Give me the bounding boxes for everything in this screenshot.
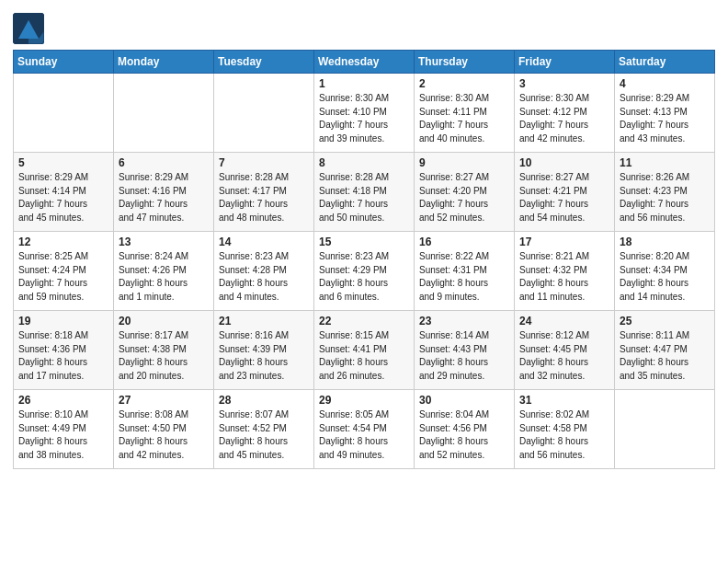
calendar-cell: 27Sunrise: 8:08 AM Sunset: 4:50 PM Dayli…: [114, 390, 214, 469]
day-info: Sunrise: 8:14 AM Sunset: 4:43 PM Dayligh…: [419, 329, 509, 383]
calendar-cell: 7Sunrise: 8:28 AM Sunset: 4:17 PM Daylig…: [214, 153, 314, 232]
calendar-cell: [214, 74, 314, 153]
day-number: 12: [18, 236, 108, 248]
calendar-cell: 30Sunrise: 8:04 AM Sunset: 4:56 PM Dayli…: [415, 390, 515, 469]
day-info: Sunrise: 8:24 AM Sunset: 4:26 PM Dayligh…: [119, 250, 209, 304]
day-info: Sunrise: 8:30 AM Sunset: 4:10 PM Dayligh…: [319, 92, 409, 145]
calendar-cell: [14, 74, 114, 153]
logo: [13, 13, 50, 44]
day-info: Sunrise: 8:27 AM Sunset: 4:21 PM Dayligh…: [519, 171, 609, 224]
calendar-cell: 21Sunrise: 8:16 AM Sunset: 4:39 PM Dayli…: [214, 311, 314, 390]
day-number: 13: [119, 236, 209, 248]
day-number: 10: [519, 156, 609, 169]
weekday-header-wednesday: Wednesday: [314, 51, 415, 74]
calendar-cell: 19Sunrise: 8:18 AM Sunset: 4:36 PM Dayli…: [14, 311, 114, 390]
calendar-cell: 29Sunrise: 8:05 AM Sunset: 4:54 PM Dayli…: [314, 390, 415, 469]
day-info: Sunrise: 8:23 AM Sunset: 4:29 PM Dayligh…: [319, 250, 409, 304]
day-number: 2: [419, 77, 509, 90]
calendar-cell: 9Sunrise: 8:27 AM Sunset: 4:20 PM Daylig…: [415, 153, 515, 232]
calendar-cell: 11Sunrise: 8:26 AM Sunset: 4:23 PM Dayli…: [615, 153, 715, 232]
calendar-cell: 15Sunrise: 8:23 AM Sunset: 4:29 PM Dayli…: [314, 232, 415, 311]
calendar-cell: 23Sunrise: 8:14 AM Sunset: 4:43 PM Dayli…: [415, 311, 515, 390]
weekday-header-sunday: Sunday: [14, 51, 114, 74]
calendar-cell: 26Sunrise: 8:10 AM Sunset: 4:49 PM Dayli…: [14, 390, 114, 469]
day-info: Sunrise: 8:30 AM Sunset: 4:12 PM Dayligh…: [519, 92, 609, 145]
day-number: 17: [519, 236, 609, 248]
day-info: Sunrise: 8:18 AM Sunset: 4:36 PM Dayligh…: [18, 329, 108, 383]
week-row: 26Sunrise: 8:10 AM Sunset: 4:49 PM Dayli…: [14, 390, 715, 469]
day-info: Sunrise: 8:25 AM Sunset: 4:24 PM Dayligh…: [18, 250, 108, 304]
calendar-cell: 4Sunrise: 8:29 AM Sunset: 4:13 PM Daylig…: [615, 74, 715, 153]
calendar: SundayMondayTuesdayWednesdayThursdayFrid…: [13, 50, 715, 469]
day-number: 31: [519, 394, 609, 407]
calendar-cell: 2Sunrise: 8:30 AM Sunset: 4:11 PM Daylig…: [415, 74, 515, 153]
day-number: 26: [18, 394, 108, 407]
header: [13, 9, 715, 44]
day-info: Sunrise: 8:07 AM Sunset: 4:52 PM Dayligh…: [219, 408, 309, 462]
day-number: 18: [620, 236, 710, 248]
calendar-cell: 24Sunrise: 8:12 AM Sunset: 4:45 PM Dayli…: [515, 311, 615, 390]
calendar-cell: 28Sunrise: 8:07 AM Sunset: 4:52 PM Dayli…: [214, 390, 314, 469]
day-number: 8: [319, 156, 409, 169]
calendar-cell: [114, 74, 214, 153]
weekday-header-friday: Friday: [515, 51, 615, 74]
calendar-cell: 8Sunrise: 8:28 AM Sunset: 4:18 PM Daylig…: [314, 153, 415, 232]
day-number: 11: [620, 156, 710, 169]
week-row: 12Sunrise: 8:25 AM Sunset: 4:24 PM Dayli…: [14, 232, 715, 311]
day-number: 20: [119, 315, 209, 327]
calendar-cell: 10Sunrise: 8:27 AM Sunset: 4:21 PM Dayli…: [515, 153, 615, 232]
day-number: 4: [620, 77, 710, 90]
calendar-cell: [615, 390, 715, 469]
calendar-cell: 20Sunrise: 8:17 AM Sunset: 4:38 PM Dayli…: [114, 311, 214, 390]
week-row: 19Sunrise: 8:18 AM Sunset: 4:36 PM Dayli…: [14, 311, 715, 390]
day-info: Sunrise: 8:28 AM Sunset: 4:18 PM Dayligh…: [319, 171, 409, 224]
day-number: 27: [119, 394, 209, 407]
day-number: 16: [419, 236, 509, 248]
day-number: 3: [519, 77, 609, 90]
day-info: Sunrise: 8:27 AM Sunset: 4:20 PM Dayligh…: [419, 171, 509, 224]
day-info: Sunrise: 8:08 AM Sunset: 4:50 PM Dayligh…: [119, 408, 209, 462]
day-info: Sunrise: 8:15 AM Sunset: 4:41 PM Dayligh…: [319, 329, 409, 383]
day-number: 23: [419, 315, 509, 327]
calendar-cell: 13Sunrise: 8:24 AM Sunset: 4:26 PM Dayli…: [114, 232, 214, 311]
day-info: Sunrise: 8:29 AM Sunset: 4:14 PM Dayligh…: [18, 171, 108, 224]
week-row: 5Sunrise: 8:29 AM Sunset: 4:14 PM Daylig…: [14, 153, 715, 232]
day-info: Sunrise: 8:30 AM Sunset: 4:11 PM Dayligh…: [419, 92, 509, 145]
day-number: 7: [219, 156, 309, 169]
day-info: Sunrise: 8:20 AM Sunset: 4:34 PM Dayligh…: [620, 250, 710, 304]
logo-icon: [13, 13, 44, 44]
weekday-header-monday: Monday: [114, 51, 214, 74]
day-number: 9: [419, 156, 509, 169]
calendar-cell: 22Sunrise: 8:15 AM Sunset: 4:41 PM Dayli…: [314, 311, 415, 390]
week-row: 1Sunrise: 8:30 AM Sunset: 4:10 PM Daylig…: [14, 74, 715, 153]
day-info: Sunrise: 8:23 AM Sunset: 4:28 PM Dayligh…: [219, 250, 309, 304]
day-info: Sunrise: 8:12 AM Sunset: 4:45 PM Dayligh…: [519, 329, 609, 383]
day-number: 29: [319, 394, 409, 407]
calendar-cell: 6Sunrise: 8:29 AM Sunset: 4:16 PM Daylig…: [114, 153, 214, 232]
weekday-header-tuesday: Tuesday: [214, 51, 314, 74]
day-number: 24: [519, 315, 609, 327]
day-info: Sunrise: 8:02 AM Sunset: 4:58 PM Dayligh…: [519, 408, 609, 462]
day-number: 15: [319, 236, 409, 248]
calendar-cell: 16Sunrise: 8:22 AM Sunset: 4:31 PM Dayli…: [415, 232, 515, 311]
day-info: Sunrise: 8:29 AM Sunset: 4:13 PM Dayligh…: [620, 92, 710, 145]
calendar-cell: 12Sunrise: 8:25 AM Sunset: 4:24 PM Dayli…: [14, 232, 114, 311]
calendar-cell: 5Sunrise: 8:29 AM Sunset: 4:14 PM Daylig…: [14, 153, 114, 232]
day-number: 30: [419, 394, 509, 407]
day-info: Sunrise: 8:04 AM Sunset: 4:56 PM Dayligh…: [419, 408, 509, 462]
day-info: Sunrise: 8:28 AM Sunset: 4:17 PM Dayligh…: [219, 171, 309, 224]
weekday-header-thursday: Thursday: [415, 51, 515, 74]
calendar-cell: 18Sunrise: 8:20 AM Sunset: 4:34 PM Dayli…: [615, 232, 715, 311]
day-info: Sunrise: 8:17 AM Sunset: 4:38 PM Dayligh…: [119, 329, 209, 383]
weekday-header-saturday: Saturday: [615, 51, 715, 74]
calendar-header: SundayMondayTuesdayWednesdayThursdayFrid…: [14, 51, 715, 74]
calendar-cell: 3Sunrise: 8:30 AM Sunset: 4:12 PM Daylig…: [515, 74, 615, 153]
day-number: 14: [219, 236, 309, 248]
day-info: Sunrise: 8:11 AM Sunset: 4:47 PM Dayligh…: [620, 329, 710, 383]
calendar-body: 1Sunrise: 8:30 AM Sunset: 4:10 PM Daylig…: [14, 74, 715, 469]
day-info: Sunrise: 8:29 AM Sunset: 4:16 PM Dayligh…: [119, 171, 209, 224]
calendar-cell: 17Sunrise: 8:21 AM Sunset: 4:32 PM Dayli…: [515, 232, 615, 311]
day-info: Sunrise: 8:22 AM Sunset: 4:31 PM Dayligh…: [419, 250, 509, 304]
calendar-cell: 14Sunrise: 8:23 AM Sunset: 4:28 PM Dayli…: [214, 232, 314, 311]
day-info: Sunrise: 8:05 AM Sunset: 4:54 PM Dayligh…: [319, 408, 409, 462]
